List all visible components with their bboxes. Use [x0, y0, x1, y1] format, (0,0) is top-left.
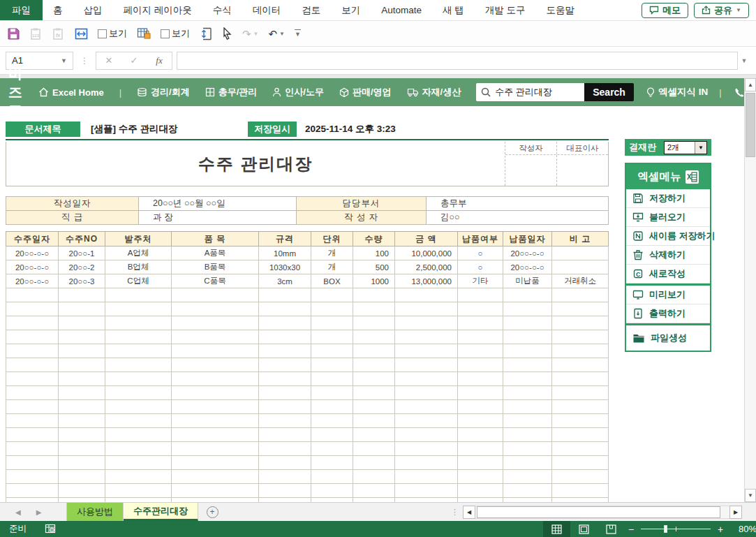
nav-excel-knowledge-link[interactable]: 엑셀지식 IN [646, 86, 708, 98]
table-cell[interactable] [172, 428, 259, 442]
table-cell[interactable] [311, 428, 353, 442]
table-cell[interactable] [105, 386, 172, 400]
macro-record-icon[interactable] [45, 524, 56, 534]
table-cell[interactable] [105, 470, 172, 484]
table-cell[interactable]: 10,000,000 [395, 247, 458, 260]
signature-cell[interactable] [557, 155, 608, 186]
table-cell[interactable] [353, 414, 395, 428]
table-cell[interactable] [353, 400, 395, 414]
table-cell[interactable]: 10mm [259, 247, 311, 260]
table-cell[interactable] [105, 428, 172, 442]
table-cell[interactable]: 3cm [259, 274, 311, 288]
table-empty-row[interactable] [6, 386, 609, 400]
table-cell[interactable] [458, 400, 503, 414]
search-button[interactable]: Search [584, 83, 634, 101]
table-cell[interactable] [552, 302, 609, 316]
table-cell[interactable] [6, 316, 59, 330]
approval-count-dropdown[interactable]: 2개 ▼ [664, 141, 707, 154]
table-cell[interactable] [395, 316, 458, 330]
table-cell[interactable] [503, 400, 552, 414]
table-cell[interactable] [552, 344, 609, 358]
table-empty-row[interactable] [6, 400, 609, 414]
table-cell[interactable]: A품목 [172, 247, 259, 260]
table-cell[interactable] [105, 484, 172, 498]
table-cell[interactable] [259, 288, 311, 302]
table-cell[interactable] [105, 288, 172, 302]
menu-item-save-as[interactable]: 새이름 저장하기 [626, 227, 710, 246]
drag-handle[interactable]: ⋮ [80, 56, 89, 66]
table-cell[interactable] [259, 400, 311, 414]
formula-input[interactable] [177, 52, 738, 70]
info-value[interactable]: 과 장 [139, 211, 297, 225]
add-sheet-button[interactable]: + [198, 503, 226, 521]
table-cell[interactable] [259, 302, 311, 316]
table-cell[interactable] [503, 372, 552, 386]
scrollbar-grip[interactable]: ⋮ [451, 503, 463, 521]
table-cell[interactable] [458, 484, 503, 498]
table-cell[interactable] [353, 456, 395, 470]
vertical-scrollbar[interactable]: ▲ ▼ [744, 78, 756, 502]
table-cell[interactable] [172, 456, 259, 470]
table-cell[interactable] [458, 442, 503, 456]
table-cell[interactable]: 20○○-2 [59, 260, 105, 274]
table-cell[interactable] [458, 316, 503, 330]
table-cell[interactable] [353, 372, 395, 386]
table-cell[interactable] [311, 358, 353, 372]
table-cell[interactable] [259, 428, 311, 442]
signature-cell[interactable] [505, 155, 557, 186]
checkbox-icon[interactable] [161, 29, 170, 38]
table-cell[interactable] [172, 400, 259, 414]
table-empty-row[interactable] [6, 316, 609, 330]
table-cell[interactable] [311, 414, 353, 428]
table-cell[interactable] [59, 442, 105, 456]
table-empty-row[interactable] [6, 414, 609, 428]
table-cell[interactable] [259, 386, 311, 400]
view-toggle-2[interactable]: 보기 [161, 27, 190, 40]
table-cell[interactable] [458, 330, 503, 344]
table-cell[interactable] [59, 302, 105, 316]
table-cell[interactable] [552, 288, 609, 302]
table-cell[interactable]: 13,000,000 [395, 274, 458, 288]
table-cell[interactable]: C품목 [172, 274, 259, 288]
table-cell[interactable] [311, 386, 353, 400]
table-cell[interactable] [105, 344, 172, 358]
table-cell[interactable] [458, 358, 503, 372]
table-empty-row[interactable] [6, 428, 609, 442]
table-cell[interactable] [503, 470, 552, 484]
table-cell[interactable] [6, 288, 59, 302]
nav-category-production[interactable]: 자재/생산 [407, 86, 461, 98]
table-cell[interactable]: 20○○-○-○ [503, 260, 552, 274]
table-cell[interactable] [311, 330, 353, 344]
search-box[interactable] [476, 83, 584, 101]
table-empty-row[interactable] [6, 288, 609, 302]
table-cell[interactable] [503, 288, 552, 302]
table-cell[interactable]: ○ [458, 247, 503, 260]
table-cell[interactable] [552, 442, 609, 456]
table-cell[interactable] [259, 442, 311, 456]
table-cell[interactable] [172, 288, 259, 302]
table-cell[interactable] [458, 302, 503, 316]
table-cell[interactable]: 1000 [353, 274, 395, 288]
table-cell[interactable] [105, 400, 172, 414]
table-cell[interactable] [395, 442, 458, 456]
table-cell[interactable] [458, 372, 503, 386]
confirm-entry-button[interactable]: ✓ [121, 55, 147, 66]
table-cell[interactable] [59, 456, 105, 470]
menu-item-load[interactable]: 불러오기 [626, 208, 710, 227]
table-cell[interactable] [353, 386, 395, 400]
table-cell[interactable] [503, 330, 552, 344]
table-cell[interactable] [105, 442, 172, 456]
table-cell[interactable]: 기타 [458, 274, 503, 288]
table-cell[interactable] [59, 316, 105, 330]
sheet-nav-right-icon[interactable]: ▶ [36, 508, 42, 516]
table-cell[interactable] [172, 344, 259, 358]
table-cell[interactable] [172, 442, 259, 456]
table-cell[interactable] [105, 414, 172, 428]
table-cell[interactable] [552, 260, 609, 274]
sheet-nav-left-icon[interactable]: ◀ [15, 508, 21, 516]
table-cell[interactable] [6, 442, 59, 456]
table-cell[interactable] [172, 386, 259, 400]
table-cell[interactable] [353, 428, 395, 442]
table-cell[interactable]: 개 [311, 247, 353, 260]
table-empty-row[interactable] [6, 442, 609, 456]
